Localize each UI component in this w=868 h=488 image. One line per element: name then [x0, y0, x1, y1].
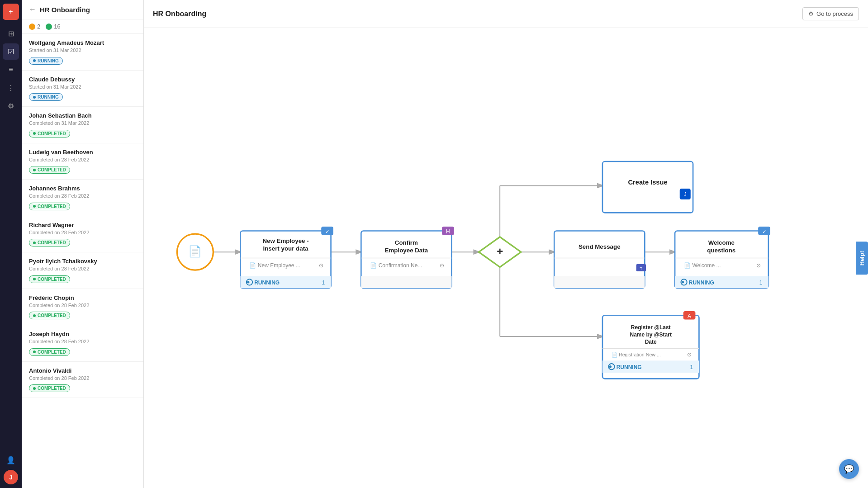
sidebar-item[interactable]: Claude Debussy Started on 31 Mar 2022 RU… — [22, 71, 143, 107]
item-name: Pyotr Ilyich Tchaikovsky — [29, 258, 136, 265]
svg-text:Send Message: Send Message — [579, 243, 621, 250]
svg-text:RUNNING: RUNNING — [254, 280, 280, 286]
item-date: Completed on 31 Mar 2022 — [29, 120, 136, 126]
register-node: A Register @Last Name by @Start Date 📄 R… — [602, 311, 699, 379]
left-navigation: + ⊞ ☑ ≡ ⋮ ⚙ 👤 J — [0, 0, 22, 488]
svg-rect-32 — [361, 276, 451, 289]
svg-text:⊙: ⊙ — [440, 262, 444, 269]
sidebar-item[interactable]: Frédéric Chopin Completed on 28 Feb 2022… — [22, 289, 143, 326]
add-button[interactable]: + — [3, 4, 19, 20]
nav-org-icon[interactable]: ⋮ — [3, 80, 19, 96]
item-date: Completed on 28 Feb 2022 — [29, 230, 136, 235]
go-to-process-button[interactable]: ⚙ Go to process — [802, 7, 859, 20]
item-name: Claude Debussy — [29, 76, 136, 83]
svg-text:⊙: ⊙ — [687, 351, 692, 358]
sidebar-item[interactable]: Richard Wagner Completed on 28 Feb 2022 … — [22, 216, 143, 253]
status-dot — [33, 387, 36, 390]
svg-text:📄 New Employee ...: 📄 New Employee ... — [249, 262, 300, 269]
sidebar-item[interactable]: Joseph Haydn Completed on 28 Feb 2022 CO… — [22, 325, 143, 362]
svg-text:1: 1 — [759, 280, 763, 286]
svg-text:⊙: ⊙ — [319, 262, 323, 269]
sidebar-item[interactable]: Ludwig van Beethoven Completed on 28 Feb… — [22, 143, 143, 180]
confirm-employee-node: H Confirm Employee Data 📄 Confirmation N… — [361, 227, 454, 288]
status-dot — [33, 242, 36, 244]
svg-text:RUNNING: RUNNING — [689, 280, 714, 286]
svg-text:J: J — [684, 191, 687, 198]
sidebar-item[interactable]: Johan Sebastian Bach Completed on 31 Mar… — [22, 107, 143, 143]
status-dot — [33, 205, 36, 208]
running-count: 2 — [37, 23, 40, 30]
svg-text:A: A — [688, 313, 691, 319]
svg-text:Date: Date — [645, 339, 657, 345]
sidebar-header: ← HR Onboarding — [22, 0, 143, 19]
status-badge: COMPLETED — [29, 384, 70, 392]
main-content: HR Onboarding ⚙ Go to process — [144, 0, 868, 488]
help-button[interactable]: Help! — [856, 242, 868, 275]
go-to-process-icon: ⚙ — [808, 10, 814, 17]
svg-text:Register @Last: Register @Last — [631, 324, 671, 331]
item-name: Antonio Vivaldi — [29, 367, 136, 374]
status-badge: RUNNING — [29, 93, 63, 101]
svg-text:New Employee -: New Employee - — [262, 237, 308, 244]
completed-count-badge: 16 — [46, 23, 60, 30]
item-name: Ludwig van Beethoven — [29, 149, 136, 156]
process-diagram: 📄 ✓ New Employee - Insert your data 📄 Ne… — [144, 28, 868, 488]
sidebar: ← HR Onboarding 2 16 Wolfgang Amadeus Mo… — [22, 0, 144, 488]
chat-icon: 💬 — [844, 464, 854, 474]
status-badge: COMPLETED — [29, 275, 70, 283]
new-employee-node: ✓ New Employee - Insert your data 📄 New … — [240, 227, 333, 288]
svg-text:✓: ✓ — [325, 228, 330, 235]
svg-text:1: 1 — [322, 280, 325, 286]
status-dot — [33, 132, 36, 135]
svg-point-56 — [609, 365, 612, 368]
back-button[interactable]: ← — [29, 5, 36, 14]
svg-text:✓: ✓ — [762, 228, 767, 235]
svg-text:📄 Registration New ...: 📄 Registration New ... — [612, 352, 661, 358]
sidebar-badges: 2 16 — [22, 19, 143, 34]
sidebar-title: HR Onboarding — [40, 6, 90, 14]
chat-button[interactable]: 💬 — [839, 459, 859, 479]
nav-grid-icon[interactable]: ⊞ — [3, 25, 19, 42]
svg-text:Insert your data: Insert your data — [263, 245, 309, 252]
avatar[interactable]: J — [4, 470, 18, 484]
status-badge: COMPLETED — [29, 166, 70, 174]
svg-text:Welcome: Welcome — [708, 239, 735, 246]
status-dot — [33, 96, 36, 99]
status-dot — [33, 314, 36, 317]
svg-point-21 — [247, 281, 249, 283]
green-dot — [46, 24, 52, 30]
diagram-area: 📄 ✓ New Employee - Insert your data 📄 Ne… — [144, 28, 868, 488]
orange-dot — [29, 24, 35, 30]
main-header: HR Onboarding ⚙ Go to process — [144, 0, 868, 28]
svg-rect-41 — [602, 161, 693, 213]
svg-text:1: 1 — [690, 364, 693, 370]
status-dot — [33, 59, 36, 62]
sidebar-item[interactable]: Wolfgang Amadeus Mozart Started on 31 Ma… — [22, 34, 143, 71]
nav-list-icon[interactable]: ≡ — [3, 62, 19, 78]
item-name: Richard Wagner — [29, 222, 136, 228]
status-dot — [33, 351, 36, 353]
create-issue-node: Create Issue J — [602, 161, 693, 213]
svg-text:T: T — [640, 266, 643, 271]
page-title: HR Onboarding — [153, 10, 206, 18]
svg-text:Name by @Start: Name by @Start — [630, 332, 671, 338]
item-name: Johan Sebastian Bach — [29, 112, 136, 119]
status-badge: COMPLETED — [29, 348, 70, 356]
item-name: Wolfgang Amadeus Mozart — [29, 39, 136, 46]
item-date: Started on 31 Mar 2022 — [29, 84, 136, 90]
sidebar-item[interactable]: Pyotr Ilyich Tchaikovsky Completed on 28… — [22, 252, 143, 289]
nav-settings-icon[interactable]: ⚙ — [3, 98, 19, 114]
status-badge: RUNNING — [29, 57, 63, 65]
status-badge: COMPLETED — [29, 203, 70, 210]
nav-people-icon[interactable]: 👤 — [3, 452, 19, 468]
go-to-process-label: Go to process — [816, 10, 853, 17]
sidebar-item[interactable]: Johannes Brahms Completed on 28 Feb 2022… — [22, 180, 143, 216]
item-name: Joseph Haydn — [29, 331, 136, 337]
nav-check-icon[interactable]: ☑ — [3, 43, 19, 60]
svg-text:RUNNING: RUNNING — [617, 364, 642, 370]
item-date: Completed on 28 Feb 2022 — [29, 157, 136, 162]
status-badge: COMPLETED — [29, 130, 70, 137]
sidebar-item[interactable]: Antonio Vivaldi Completed on 28 Feb 2022… — [22, 362, 143, 398]
status-dot — [33, 278, 36, 280]
item-date: Completed on 28 Feb 2022 — [29, 266, 136, 271]
